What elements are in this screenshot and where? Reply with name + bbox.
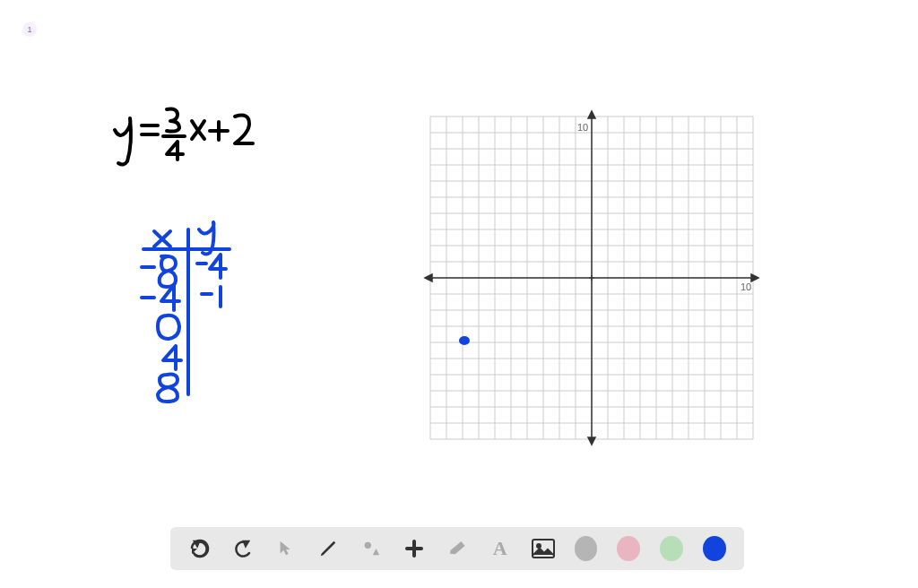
origin-marker: [589, 275, 594, 281]
plus-icon: [403, 538, 425, 559]
svg-marker-45: [425, 274, 432, 281]
svg-marker-50: [195, 541, 199, 546]
svg-marker-53: [373, 549, 379, 555]
text-button[interactable]: A: [489, 536, 512, 561]
eraser-icon: [447, 539, 467, 558]
coordinate-plane[interactable]: 10 10: [421, 108, 762, 448]
equation-strokes: [115, 109, 253, 165]
add-button[interactable]: [403, 536, 426, 561]
x-axis-label: 10: [740, 281, 751, 292]
pencil-button[interactable]: [317, 536, 341, 561]
redo-button[interactable]: [231, 536, 255, 561]
pointer-button[interactable]: [274, 536, 298, 561]
image-button[interactable]: [532, 536, 555, 561]
svg-point-52: [365, 542, 371, 549]
drawing-toolbar: A: [170, 527, 744, 570]
image-icon: [532, 539, 555, 558]
eraser-button[interactable]: [446, 536, 469, 561]
whiteboard-canvas[interactable]: 10 10: [0, 0, 918, 520]
shapes-icon: [361, 539, 381, 558]
color-blue[interactable]: [703, 536, 726, 561]
shapes-button[interactable]: [359, 536, 383, 561]
color-pink[interactable]: [617, 536, 640, 561]
svg-marker-47: [588, 437, 595, 445]
svg-point-57: [537, 544, 541, 548]
table-strokes: [142, 222, 230, 402]
color-green[interactable]: [660, 536, 683, 561]
text-icon: A: [493, 537, 507, 560]
svg-marker-51: [244, 541, 248, 546]
undo-icon: [189, 538, 211, 559]
color-gray[interactable]: [575, 536, 598, 561]
redo-icon: [232, 538, 254, 559]
y-axis-label: 10: [577, 122, 588, 133]
svg-marker-46: [588, 111, 595, 118]
plotted-point: [459, 336, 470, 345]
svg-marker-44: [751, 274, 758, 281]
pencil-icon: [318, 539, 338, 558]
pointer-icon: [276, 539, 296, 558]
undo-button[interactable]: [188, 536, 212, 561]
